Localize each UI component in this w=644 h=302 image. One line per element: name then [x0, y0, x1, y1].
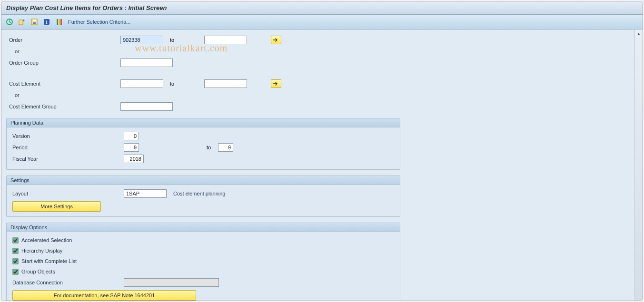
- db-connection-input: [124, 278, 219, 287]
- hierarchy-checkbox[interactable]: [12, 248, 19, 254]
- more-settings-button[interactable]: More Settings: [12, 201, 101, 212]
- vertical-scrollbar[interactable]: ▲ ▼: [634, 29, 643, 301]
- variant-get-icon[interactable]: [17, 17, 27, 27]
- start-complete-checkbox[interactable]: [12, 258, 19, 264]
- version-input[interactable]: [124, 132, 139, 140]
- period-to-label: to: [207, 145, 218, 150]
- accel-checkbox[interactable]: [12, 237, 19, 244]
- layout-label: Layout: [10, 191, 124, 196]
- further-selection-link[interactable]: Further Selection Criteria...: [66, 19, 132, 25]
- hierarchy-label: Hierarchy Display: [21, 248, 62, 253]
- info-icon[interactable]: i: [41, 17, 52, 27]
- layout-desc: Cost element planning: [173, 191, 225, 196]
- period-label: Period: [10, 145, 124, 150]
- start-complete-label: Start with Complete List: [21, 258, 77, 264]
- display-options-title: Display Options: [7, 223, 400, 232]
- order-to-input[interactable]: [204, 36, 247, 44]
- cost-element-from-input[interactable]: [120, 79, 163, 88]
- cost-element-to-input[interactable]: [204, 79, 247, 88]
- planning-data-title: Planning Data: [7, 118, 400, 127]
- db-connection-label: Database Connection: [10, 280, 124, 285]
- order-multiple-sel-button[interactable]: [271, 36, 281, 44]
- scroll-up-icon[interactable]: ▲: [635, 29, 643, 38]
- execute-icon[interactable]: [4, 17, 15, 27]
- or-label-2: or: [6, 92, 120, 98]
- accel-label: Accelerated Selection: [21, 237, 72, 243]
- window-title: Display Plan Cost Line Items for Orders …: [1, 1, 643, 15]
- version-label: Version: [10, 133, 124, 139]
- svg-rect-1: [19, 20, 23, 25]
- fiscal-year-input[interactable]: [124, 155, 144, 163]
- cost-element-label: Cost Element: [6, 81, 120, 87]
- group-objects-checkbox[interactable]: [12, 269, 19, 275]
- svg-rect-3: [33, 19, 36, 21]
- fiscal-year-label: Fiscal Year: [10, 156, 124, 162]
- cost-element-to-label: to: [163, 81, 204, 87]
- period-from-input[interactable]: [124, 143, 139, 152]
- layout-input[interactable]: [124, 189, 167, 198]
- cost-element-multiple-sel-button[interactable]: [271, 79, 281, 88]
- or-label-1: or: [6, 49, 120, 54]
- svg-rect-4: [33, 22, 36, 24]
- order-group-label: Order Group: [6, 60, 120, 66]
- period-to-input[interactable]: [218, 143, 233, 152]
- main-content: www.tutorialkart.com Order to or Order G…: [1, 29, 634, 301]
- cost-element-group-label: Cost Element Group: [6, 104, 120, 109]
- svg-text:i: i: [46, 19, 47, 25]
- application-toolbar: i Further Selection Criteria...: [1, 15, 643, 29]
- svg-rect-7: [57, 19, 58, 25]
- settings-group: Settings Layout Cost element planning Mo…: [6, 175, 400, 217]
- documentation-button[interactable]: For documentation, see SAP Note 1644201: [12, 290, 196, 301]
- settings-title: Settings: [7, 176, 400, 185]
- display-options-group: Display Options Accelerated Selection Hi…: [6, 223, 400, 301]
- svg-rect-9: [60, 19, 62, 25]
- planning-data-group: Planning Data Version Period to Fisc: [6, 118, 400, 170]
- content-wrap: www.tutorialkart.com Order to or Order G…: [1, 29, 643, 301]
- group-objects-label: Group Objects: [21, 269, 55, 274]
- save-icon[interactable]: [29, 17, 40, 27]
- svg-rect-8: [59, 19, 60, 25]
- cost-element-group-input[interactable]: [120, 102, 173, 111]
- order-group-input[interactable]: [120, 58, 173, 67]
- order-label: Order: [6, 37, 120, 43]
- selection-options-icon[interactable]: [54, 17, 64, 27]
- order-to-label: to: [163, 37, 204, 43]
- order-from-input[interactable]: [120, 36, 163, 44]
- sap-window: Display Plan Cost Line Items for Orders …: [1, 1, 643, 301]
